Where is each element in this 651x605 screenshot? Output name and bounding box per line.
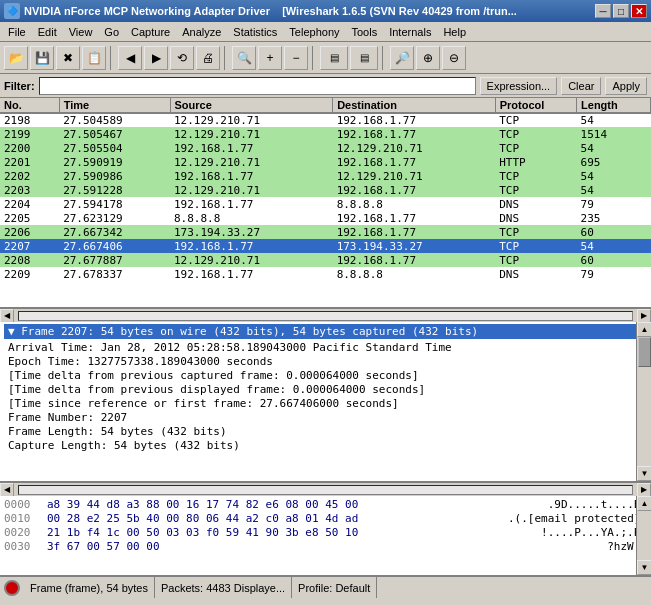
table-row[interactable]: 219827.50458912.129.210.71192.168.1.77TC… [0, 113, 651, 127]
filterbar: Filter: Expression... Clear Apply [0, 74, 651, 98]
menu-go[interactable]: Go [98, 22, 125, 41]
hex-line: 002021 1b f4 1c 00 50 03 03 f0 59 41 90 … [4, 526, 647, 540]
table-row[interactable]: 220027.505504192.168.1.7712.129.210.71TC… [0, 141, 651, 155]
toolbar-separator-2 [224, 46, 228, 70]
col-dest[interactable]: Destination [333, 98, 496, 113]
table-row[interactable]: 220627.667342173.194.33.27192.168.1.77TC… [0, 225, 651, 239]
filter-label: Filter: [4, 80, 35, 92]
hex-dump-panel: 0000a8 39 44 d8 a3 88 00 16 17 74 82 e6 … [0, 496, 651, 576]
table-row[interactable]: 220427.594178192.168.1.778.8.8.8DNS79 [0, 197, 651, 211]
zoom-100-button[interactable]: ⊕ [416, 46, 440, 70]
hscroll-track[interactable] [18, 311, 633, 321]
col-time[interactable]: Time [59, 98, 170, 113]
hex-line: 0000a8 39 44 d8 a3 88 00 16 17 74 82 e6 … [4, 498, 647, 512]
menu-telephony[interactable]: Telephony [283, 22, 345, 41]
hex-line: 00303f 67 00 57 00 00?hzW.. [4, 540, 647, 554]
hscroll-left[interactable]: ◀ [0, 309, 14, 323]
hex-ascii: .(.[email protected]. [508, 512, 647, 526]
close-button[interactable]: ✕ [631, 4, 647, 18]
menu-internals[interactable]: Internals [383, 22, 437, 41]
maximize-button[interactable]: □ [613, 4, 629, 18]
toolbar: 📂 💾 ✖ 📋 ◀ ▶ ⟲ 🖨 🔍 + − ▤ ▤ 🔎 ⊕ ⊖ [0, 42, 651, 74]
zoom-out-button[interactable]: − [284, 46, 308, 70]
clear-button[interactable]: Clear [561, 77, 601, 95]
table-row[interactable]: 220527.6231298.8.8.8192.168.1.77DNS235 [0, 211, 651, 225]
hex-vscroll-up[interactable]: ▲ [637, 496, 651, 511]
table-row[interactable]: 220727.667406192.168.1.77173.194.33.27TC… [0, 239, 651, 253]
menu-view[interactable]: View [63, 22, 99, 41]
frame-detail-line: Capture Length: 54 bytes (432 bits) [4, 439, 647, 453]
zoom-in-button[interactable]: + [258, 46, 282, 70]
hex-offset: 0010 [4, 512, 39, 526]
menu-help[interactable]: Help [437, 22, 472, 41]
table-row[interactable]: 220927.678337192.168.1.778.8.8.8DNS79 [0, 267, 651, 281]
zoom-out2-button[interactable]: ⊖ [442, 46, 466, 70]
hex-vscroll-down[interactable]: ▼ [637, 560, 651, 575]
pkt-list-toggle[interactable]: ▤ [320, 46, 348, 70]
open-button[interactable]: 📂 [4, 46, 28, 70]
det-hscroll-right[interactable]: ▶ [637, 483, 651, 497]
col-no[interactable]: No. [0, 98, 59, 113]
hex-offset: 0030 [4, 540, 39, 554]
hex-ascii: .9D.....t....E. [548, 498, 647, 512]
menu-file[interactable]: File [2, 22, 32, 41]
det-hscroll-left[interactable]: ◀ [0, 483, 14, 497]
vscroll-thumb[interactable] [638, 337, 651, 367]
hex-bytes: 00 28 e2 25 5b 40 00 80 06 44 a2 c0 a8 0… [47, 512, 500, 526]
filter-input[interactable] [39, 77, 476, 95]
titlebar-buttons: ─ □ ✕ [595, 4, 647, 18]
hex-vscroll-track [637, 511, 651, 560]
capture-status-icon [4, 580, 20, 596]
menu-analyze[interactable]: Analyze [176, 22, 227, 41]
packet-table-body: 219827.50458912.129.210.71192.168.1.77TC… [0, 113, 651, 281]
frame-detail-line: [Time delta from previous displayed fram… [4, 383, 647, 397]
det-hscroll-track[interactable] [18, 485, 633, 495]
col-proto[interactable]: Protocol [495, 98, 576, 113]
table-row[interactable]: 220127.59091912.129.210.71192.168.1.77HT… [0, 155, 651, 169]
hex-lines: 0000a8 39 44 d8 a3 88 00 16 17 74 82 e6 … [4, 498, 647, 554]
frame-details-title: ▼ Frame 2207: 54 bytes on wire (432 bits… [4, 324, 647, 339]
packet-list-hscroll: ◀ ▶ [0, 308, 651, 322]
frame-detail-line: Epoch Time: 1327757338.189043000 seconds [4, 355, 647, 369]
frame-details-hscroll: ◀ ▶ [0, 482, 651, 496]
menu-capture[interactable]: Capture [125, 22, 176, 41]
back-button[interactable]: ◀ [118, 46, 142, 70]
titlebar-title: NVIDIA nForce MCP Networking Adapter Dri… [24, 5, 517, 17]
frame-details-panel: ▼ Frame 2207: 54 bytes on wire (432 bits… [0, 322, 651, 482]
menu-tools[interactable]: Tools [346, 22, 384, 41]
titlebar: 🔷 NVIDIA nForce MCP Networking Adapter D… [0, 0, 651, 22]
table-row[interactable]: 220827.67788712.129.210.71192.168.1.77TC… [0, 253, 651, 267]
table-row[interactable]: 220227.590986192.168.1.7712.129.210.71TC… [0, 169, 651, 183]
reload-button[interactable]: 📋 [82, 46, 106, 70]
packets-status: Packets: 4483 Displaye... [155, 577, 292, 598]
frame-lines: Arrival Time: Jan 28, 2012 05:28:58.1890… [4, 341, 647, 453]
toolbar-separator-3 [312, 46, 316, 70]
table-row[interactable]: 219927.50546712.129.210.71192.168.1.77TC… [0, 127, 651, 141]
menu-statistics[interactable]: Statistics [227, 22, 283, 41]
col-source[interactable]: Source [170, 98, 333, 113]
close-capture-button[interactable]: ✖ [56, 46, 80, 70]
col-len[interactable]: Length [577, 98, 651, 113]
table-row[interactable]: 220327.59122812.129.210.71192.168.1.77TC… [0, 183, 651, 197]
frame-detail-line: Arrival Time: Jan 28, 2012 05:28:58.1890… [4, 341, 647, 355]
forward-button[interactable]: ▶ [144, 46, 168, 70]
print-button[interactable]: 🖨 [196, 46, 220, 70]
zoom-fit-button[interactable]: 🔎 [390, 46, 414, 70]
frame-detail-line: Frame Length: 54 bytes (432 bits) [4, 425, 647, 439]
hex-offset: 0020 [4, 526, 39, 540]
toolbar-separator-4 [382, 46, 386, 70]
vscroll-down[interactable]: ▼ [637, 466, 651, 481]
expression-button[interactable]: Expression... [480, 77, 558, 95]
find-button[interactable]: 🔍 [232, 46, 256, 70]
minimize-button[interactable]: ─ [595, 4, 611, 18]
vscroll-up[interactable]: ▲ [637, 322, 651, 337]
goto-button[interactable]: ⟲ [170, 46, 194, 70]
frame-detail-line: Frame Number: 2207 [4, 411, 647, 425]
hex-bytes: 3f 67 00 57 00 00 [47, 540, 599, 554]
apply-button[interactable]: Apply [605, 77, 647, 95]
frame-details-vscroll: ▲ ▼ [636, 322, 651, 481]
hscroll-right[interactable]: ▶ [637, 309, 651, 323]
menu-edit[interactable]: Edit [32, 22, 63, 41]
save-button[interactable]: 💾 [30, 46, 54, 70]
pkt-detail-toggle[interactable]: ▤ [350, 46, 378, 70]
